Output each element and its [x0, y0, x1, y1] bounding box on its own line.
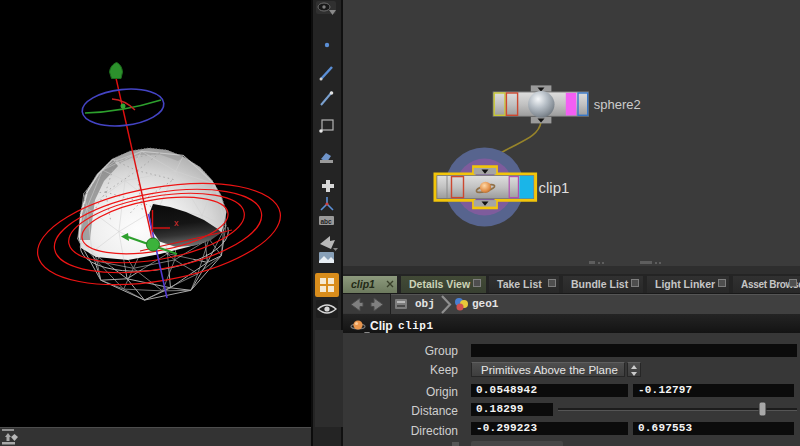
svg-text:sphere2: sphere2 — [594, 97, 641, 112]
svg-text:x: x — [174, 218, 179, 228]
svg-text:abc: abc — [321, 218, 333, 225]
svg-text:clip1: clip1 — [539, 179, 570, 196]
